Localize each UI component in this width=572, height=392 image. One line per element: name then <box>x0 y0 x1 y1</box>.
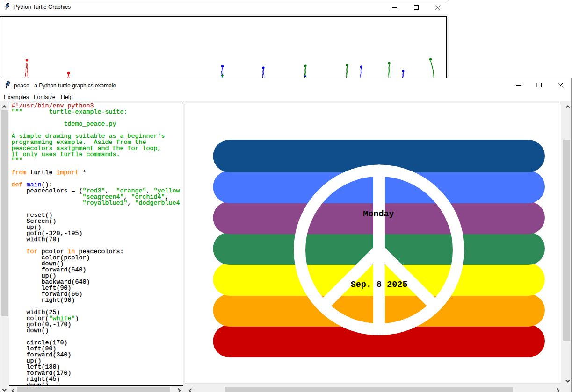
svg-text:Monday: Monday <box>363 209 394 219</box>
svg-text:Sep. 8 2025: Sep. 8 2025 <box>351 280 408 290</box>
